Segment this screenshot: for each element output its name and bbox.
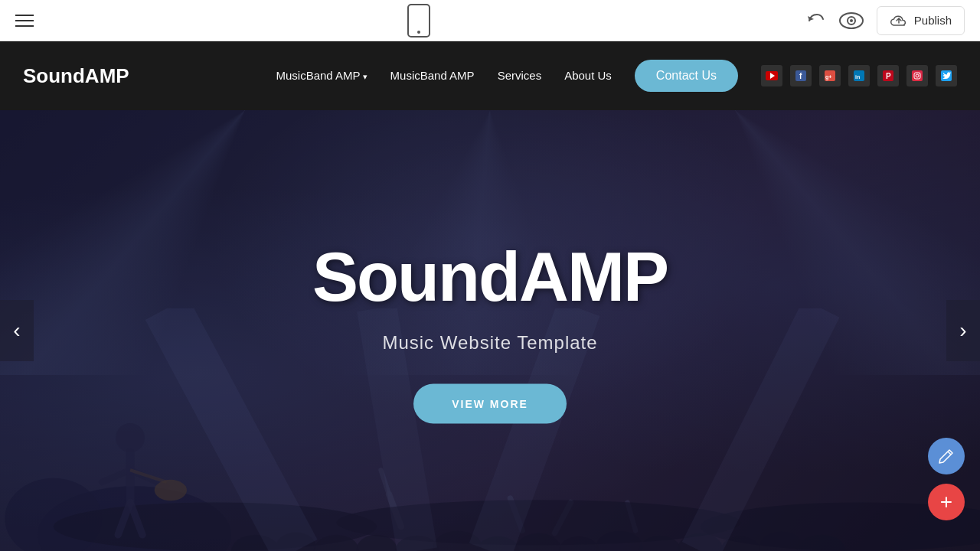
toolbar: Publish xyxy=(0,0,980,41)
cloud-upload-icon xyxy=(890,13,908,28)
twitter-icon[interactable] xyxy=(936,65,957,86)
hamburger-icon[interactable] xyxy=(15,15,34,27)
google-plus-icon[interactable]: g+ xyxy=(819,65,841,86)
nav-links: MusicBand AMP MusicBand AMP Services Abo… xyxy=(276,69,611,83)
svg-point-47 xyxy=(116,423,145,452)
fab-edit-button[interactable] xyxy=(928,438,965,474)
next-arrow-icon: › xyxy=(959,318,966,343)
add-icon: + xyxy=(940,491,952,513)
pinterest-icon[interactable]: P xyxy=(877,65,899,86)
nav-item-musicband[interactable]: MusicBand AMP xyxy=(390,69,475,83)
nav-link-services[interactable]: Services xyxy=(498,69,542,82)
mobile-icon-dot xyxy=(417,31,420,34)
youtube-icon[interactable] xyxy=(761,65,782,86)
eye-icon[interactable] xyxy=(838,11,864,30)
publish-button[interactable]: Publish xyxy=(877,6,965,35)
fab-container: + xyxy=(928,438,965,520)
svg-line-50 xyxy=(102,470,130,482)
site-logo: SoundAMP xyxy=(23,64,176,88)
svg-text:P: P xyxy=(886,72,891,80)
hero-title: SoundAMP xyxy=(0,238,980,317)
carousel-next-arrow[interactable]: › xyxy=(946,300,980,361)
site-navigation: SoundAMP MusicBand AMP MusicBand AMP Ser… xyxy=(0,41,980,110)
mobile-preview-icon[interactable] xyxy=(407,4,430,37)
publish-label: Publish xyxy=(914,14,952,27)
nav-item-musicband-dropdown[interactable]: MusicBand AMP xyxy=(276,69,367,83)
linkedin-icon[interactable]: in xyxy=(848,65,870,86)
toolbar-left xyxy=(15,15,34,27)
toolbar-right: Publish xyxy=(805,6,965,35)
svg-text:in: in xyxy=(855,74,860,80)
prev-arrow-icon: ‹ xyxy=(13,318,20,343)
hero-content: SoundAMP Music Website Template VIEW MOR… xyxy=(0,238,980,424)
edit-pencil-icon xyxy=(938,448,955,465)
nav-link-musicband-dropdown[interactable]: MusicBand AMP xyxy=(276,69,367,82)
hero-section: SoundAMP Music Website Template VIEW MOR… xyxy=(0,110,980,551)
toolbar-center xyxy=(407,4,430,37)
svg-text:g+: g+ xyxy=(825,74,831,80)
nav-link-about[interactable]: About Us xyxy=(564,69,612,82)
undo-icon[interactable] xyxy=(805,10,826,31)
instagram-icon[interactable] xyxy=(906,65,928,86)
svg-point-53 xyxy=(155,480,187,500)
view-more-button[interactable]: VIEW MORE xyxy=(413,384,567,424)
hero-subtitle: Music Website Template xyxy=(0,332,980,354)
contact-us-button[interactable]: Contact Us xyxy=(635,60,738,92)
social-icons: f g+ in P xyxy=(761,65,957,86)
carousel-prev-arrow[interactable]: ‹ xyxy=(0,300,34,361)
svg-point-16 xyxy=(920,73,920,73)
svg-point-40 xyxy=(54,503,377,551)
facebook-icon[interactable]: f xyxy=(790,65,812,86)
nav-item-services[interactable]: Services xyxy=(498,69,542,83)
svg-rect-13 xyxy=(912,70,923,81)
nav-link-musicband[interactable]: MusicBand AMP xyxy=(390,69,475,82)
nav-item-about[interactable]: About Us xyxy=(564,69,612,83)
svg-point-2 xyxy=(850,19,853,22)
svg-line-55 xyxy=(948,452,951,455)
fab-add-button[interactable]: + xyxy=(928,484,965,520)
